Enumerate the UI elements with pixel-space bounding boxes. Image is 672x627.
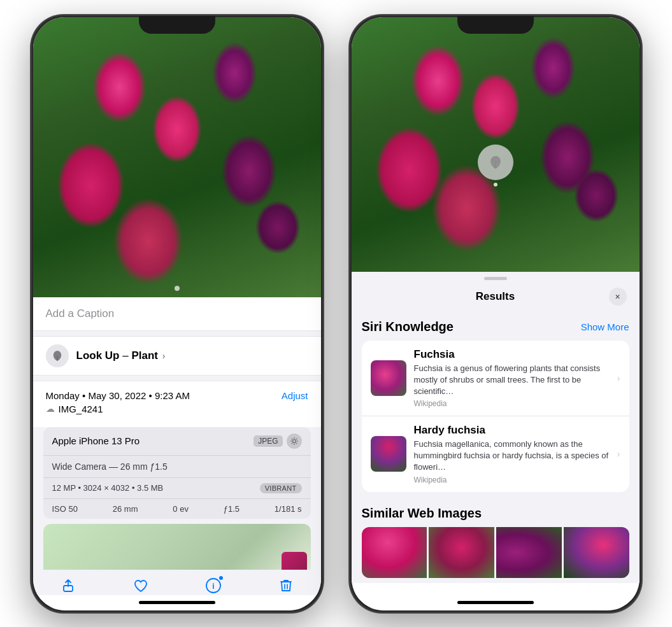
camera-name: Apple iPhone 13 Pro (52, 435, 140, 446)
right-phone: Results × Siri Knowledge Show More (349, 15, 642, 613)
fuchsia-desc: Fuchsia is a genus of flowering plants t… (414, 363, 610, 398)
aperture-value: ƒ1.5 (224, 504, 239, 514)
date-text: Monday • May 30, 2022 • 9:23 AM (46, 390, 190, 401)
flower-image-left (33, 17, 321, 297)
hardy-desc: Fuchsia magellanica, commonly known as t… (414, 439, 610, 474)
knowledge-item-fuchsia[interactable]: Fuchsia Fuchsia is a genus of flowering … (362, 341, 629, 417)
fuchsia-thumb-img (371, 360, 406, 396)
hardy-chevron: › (617, 449, 620, 459)
close-button[interactable]: × (609, 288, 627, 306)
home-bar-left (139, 601, 215, 604)
leaf-icon (51, 349, 64, 362)
siri-header: Siri Knowledge Show More (362, 320, 629, 334)
similar-image-1[interactable] (362, 527, 427, 578)
adjust-button[interactable]: Adjust (282, 390, 308, 401)
results-header: Results × (352, 280, 640, 312)
similar-image-2[interactable] (429, 527, 494, 578)
lens-text: Wide Camera — 26 mm ƒ1.5 (52, 461, 168, 472)
exif-row: ISO 50 26 mm 0 ev ƒ1.5 1/181 s (43, 499, 311, 519)
info-button[interactable]: i (204, 576, 223, 595)
favorite-button[interactable] (131, 576, 150, 595)
camera-info-box: Apple iPhone 13 Pro JPEG (43, 427, 311, 519)
focal-length: 26 mm (113, 504, 138, 514)
results-title: Results (382, 290, 609, 303)
left-phone-screen: Add a Caption Look Up – Plant › (33, 17, 321, 610)
fuchsia-text: Fuchsia Fuchsia is a genus of flowering … (414, 348, 610, 409)
trash-icon (278, 578, 294, 593)
share-icon (61, 578, 76, 593)
similar-image-3[interactable] (496, 527, 562, 578)
iso-value: ISO 50 (52, 504, 78, 514)
fuchsia-name: Fuchsia (414, 348, 610, 361)
svg-point-0 (292, 439, 296, 442)
delete-button[interactable] (276, 576, 296, 595)
vibrant-badge: VIBRANT (260, 483, 302, 493)
gear-icon (290, 437, 299, 446)
siri-knowledge-title: Siri Knowledge (362, 320, 454, 334)
left-toolbar: i (33, 570, 321, 595)
phone-notch-left (139, 16, 215, 34)
lens-row: Wide Camera — 26 mm ƒ1.5 (43, 456, 311, 478)
caption-placeholder[interactable]: Add a Caption (46, 307, 115, 320)
visual-lookup-leaf-icon (487, 153, 504, 171)
gear-badge (287, 433, 302, 449)
lookup-icon (46, 344, 69, 367)
hardy-name: Hardy fuchsia (414, 424, 610, 437)
info-area: Add a Caption Look Up – Plant › (33, 297, 321, 581)
results-sheet: Results × Siri Knowledge Show More (352, 272, 640, 583)
home-bar-right (457, 601, 534, 604)
phone-notch-right (457, 16, 534, 34)
similar-images-section: Similar Web Images (352, 497, 640, 583)
svg-text:i: i (212, 582, 214, 591)
share-button[interactable] (59, 576, 78, 595)
similar-image-4[interactable] (564, 527, 629, 578)
knowledge-card: Fuchsia Fuchsia is a genus of flowering … (362, 341, 629, 492)
filename-text: IMG_4241 (59, 404, 103, 414)
visual-lookup-dot (494, 183, 497, 187)
visual-lookup-button[interactable] (478, 144, 513, 180)
lookup-row[interactable]: Look Up – Plant › (33, 336, 321, 376)
fuchsia-chevron: › (617, 373, 620, 383)
hardy-thumbnail (371, 436, 406, 472)
specs-row: 12 MP • 3024 × 4032 • 3.5 MB VIBRANT (43, 478, 311, 499)
date-row: Monday • May 30, 2022 • 9:23 AM Adjust ☁… (33, 381, 321, 427)
info-badge-dot (218, 575, 224, 581)
format-badges: JPEG (254, 433, 301, 449)
cloud-icon: ☁ (46, 404, 55, 414)
show-more-button[interactable]: Show More (581, 321, 629, 332)
fuchsia-source: Wikipedia (414, 399, 610, 408)
camera-row: Apple iPhone 13 Pro JPEG (43, 427, 311, 456)
lookup-label: Look Up – Plant › (76, 349, 166, 362)
similar-images-grid (362, 527, 629, 578)
left-phone: Add a Caption Look Up – Plant › (31, 15, 324, 613)
photo-dot-indicator (175, 286, 180, 291)
caption-row[interactable]: Add a Caption (33, 297, 321, 331)
specs-text: 12 MP • 3024 × 4032 • 3.5 MB (52, 483, 164, 493)
ev-value: 0 ev (173, 504, 189, 514)
photo-area-left[interactable] (33, 17, 321, 297)
fuchsia-thumbnail (371, 360, 406, 396)
shutter-speed: 1/181 s (275, 504, 302, 514)
siri-knowledge-section: Siri Knowledge Show More Fuchsia Fuchsia… (352, 312, 640, 497)
format-badge: JPEG (254, 435, 282, 447)
hardy-source: Wikipedia (414, 476, 610, 484)
knowledge-item-hardy[interactable]: Hardy fuchsia Fuchsia magellanica, commo… (362, 416, 629, 492)
hardy-thumb-img (371, 436, 406, 472)
heart-icon (133, 578, 148, 593)
similar-images-title: Similar Web Images (362, 506, 629, 521)
hardy-text: Hardy fuchsia Fuchsia magellanica, commo… (414, 424, 610, 484)
right-phone-screen: Results × Siri Knowledge Show More (352, 17, 640, 610)
photo-area-right[interactable] (352, 17, 640, 272)
